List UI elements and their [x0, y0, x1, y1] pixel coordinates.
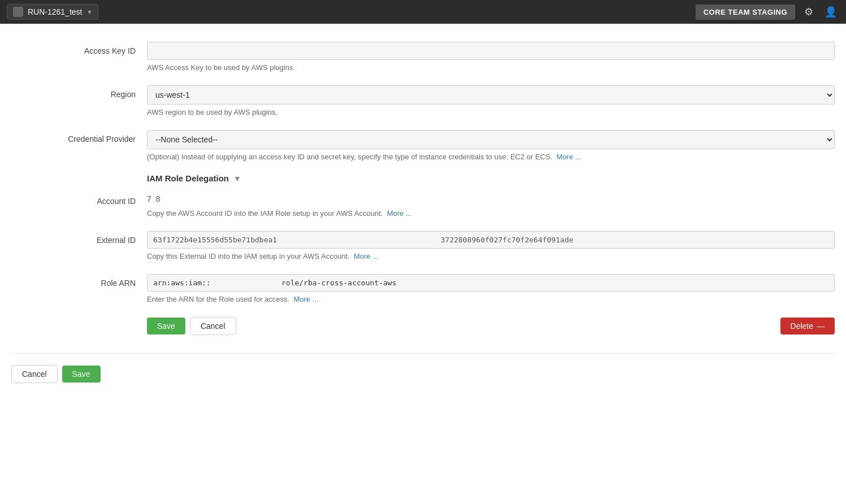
form-action-row: Save Cancel Delete — — [11, 310, 835, 342]
credential-provider-select[interactable]: --None Selected-- EC2 ECS — [147, 130, 835, 149]
external-id-more-link[interactable]: More ... — [354, 252, 379, 260]
role-arn-more-link[interactable]: More ... — [293, 295, 318, 303]
account-id-part1: 7 — [147, 194, 151, 203]
role-arn-container — [147, 274, 835, 292]
settings-button[interactable]: ⚙ — [802, 3, 815, 20]
region-description: AWS region to be used by AWS plugins. — [147, 108, 835, 116]
external-id-label: External ID — [11, 231, 147, 245]
account-id-description: Copy the AWS Account ID into the IAM Rol… — [147, 209, 835, 218]
form-action-label-spacer — [11, 317, 147, 321]
run-icon — [13, 7, 23, 17]
header-left: RUN-1261_test ▼ — [7, 4, 98, 20]
account-id-row: Account ID 7 8 Copy the AWS Account ID i… — [11, 185, 835, 224]
access-key-id-description: AWS Access Key to be used by AWS plugins… — [147, 63, 835, 72]
app-header: RUN-1261_test ▼ CORE TEAM STAGING ⚙ 👤 — [0, 0, 846, 24]
delete-spacer: Delete — — [780, 318, 835, 334]
cancel-button[interactable]: Cancel — [190, 317, 236, 335]
credential-provider-row: Credential Provider --None Selected-- EC… — [11, 123, 835, 168]
role-arn-content: Enter the ARN for the Role used for acce… — [147, 274, 835, 303]
account-id-display: 7 8 — [147, 192, 835, 206]
account-id-label: Account ID — [11, 192, 147, 206]
external-id-input[interactable] — [147, 231, 835, 249]
run-selector-dropdown[interactable]: RUN-1261_test ▼ — [7, 4, 98, 20]
core-team-button[interactable]: CORE TEAM STAGING — [696, 5, 795, 20]
role-arn-label: Role ARN — [11, 274, 147, 288]
iam-chevron-icon[interactable]: ▼ — [233, 174, 241, 183]
access-key-id-input[interactable] — [147, 42, 835, 60]
form-action-buttons: Save Cancel Delete — — [147, 317, 835, 335]
role-arn-row: Role ARN Enter the ARN for the Role used… — [11, 267, 835, 310]
bottom-cancel-button[interactable]: Cancel — [11, 365, 58, 383]
credential-provider-content: --None Selected-- EC2 ECS (Optional) Ins… — [147, 130, 835, 161]
user-button[interactable]: 👤 — [822, 3, 839, 20]
gear-icon: ⚙ — [804, 6, 813, 18]
account-id-content: 7 8 Copy the AWS Account ID into the IAM… — [147, 192, 835, 218]
region-content: us-east-1 us-east-2 us-west-1 us-west-2 … — [147, 85, 835, 116]
role-arn-input[interactable] — [147, 274, 835, 292]
iam-section-title: IAM Role Delegation — [147, 173, 229, 183]
iam-title-col: IAM Role Delegation ▼ — [147, 173, 241, 183]
form-action-content: Save Cancel Delete — — [147, 317, 835, 335]
access-key-id-row: Access Key ID AWS Access Key to be used … — [11, 35, 835, 79]
credential-provider-label: Credential Provider — [11, 130, 147, 144]
chevron-down-icon: ▼ — [87, 9, 93, 15]
delete-icon: — — [817, 321, 825, 331]
region-row: Region us-east-1 us-east-2 us-west-1 us-… — [11, 79, 835, 123]
external-id-row: External ID Copy this External ID into t… — [11, 224, 835, 267]
delete-label: Delete — [791, 321, 813, 331]
access-key-id-content: AWS Access Key to be used by AWS plugins… — [147, 42, 835, 72]
delete-button[interactable]: Delete — — [780, 318, 835, 334]
credential-provider-description: (Optional) Instead of supplying an acces… — [147, 153, 835, 161]
header-right: CORE TEAM STAGING ⚙ 👤 — [696, 3, 839, 20]
access-key-id-label: Access Key ID — [11, 42, 147, 55]
run-selector-label: RUN-1261_test — [28, 7, 83, 16]
credential-provider-more-link[interactable]: More ... — [557, 153, 582, 161]
role-arn-description: Enter the ARN for the Role used for acce… — [147, 295, 835, 303]
iam-section-header-row: IAM Role Delegation ▼ — [11, 168, 835, 185]
account-id-more-link[interactable]: More ... — [387, 209, 412, 218]
bottom-action-bar: Cancel Save — [11, 353, 835, 389]
external-id-content: Copy this External ID into the IAM setup… — [147, 231, 835, 260]
region-label: Region — [11, 85, 147, 99]
main-content: Access Key ID AWS Access Key to be used … — [0, 24, 846, 411]
account-id-part2: 8 — [156, 194, 160, 203]
bottom-save-button[interactable]: Save — [62, 366, 101, 383]
region-select[interactable]: us-east-1 us-east-2 us-west-1 us-west-2 … — [147, 85, 835, 105]
save-button[interactable]: Save — [147, 318, 185, 334]
user-icon: 👤 — [825, 6, 837, 18]
external-id-description: Copy this External ID into the IAM setup… — [147, 252, 835, 260]
